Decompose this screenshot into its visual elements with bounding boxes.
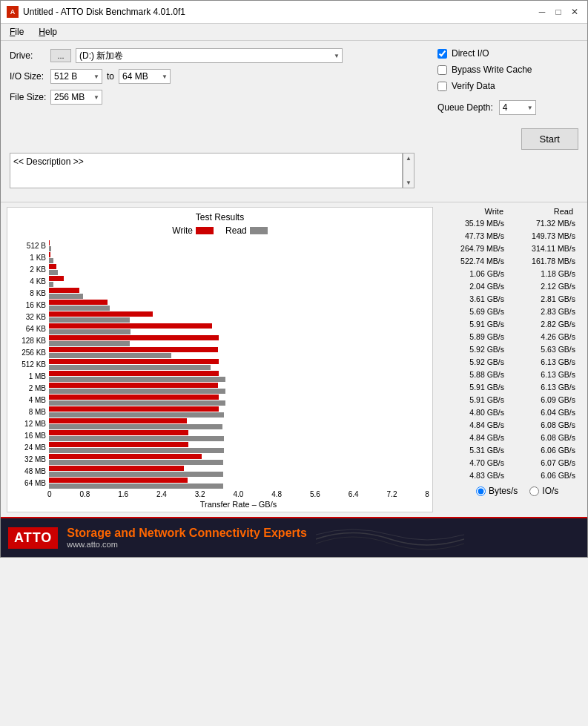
start-button[interactable]: Start xyxy=(521,128,578,150)
scroll-up-arrow[interactable]: ▲ xyxy=(406,155,412,162)
read-bar xyxy=(49,412,224,418)
maximize-button[interactable]: □ xyxy=(552,5,565,19)
bar-pair xyxy=(49,276,64,287)
io-radio-label[interactable]: IO/s xyxy=(542,486,558,496)
write-bar xyxy=(49,383,218,388)
io-range: 512 B to 64 MB xyxy=(50,69,171,84)
bytes-radio-item: Bytes/s xyxy=(476,486,518,496)
write-value: 5.89 GB/s xyxy=(445,332,504,341)
row-label: 16 KB xyxy=(10,301,49,309)
io-to-select[interactable]: 64 MB xyxy=(119,69,171,84)
chart-row: 64 MB xyxy=(10,478,429,489)
read-value: 314.11 MB/s xyxy=(516,244,575,253)
drive-select[interactable]: (D:) 新加卷 xyxy=(76,48,343,63)
verify-data-label[interactable]: Verify Data xyxy=(452,81,495,91)
write-value: 5.92 GB/s xyxy=(445,345,504,354)
read-bar xyxy=(49,270,58,275)
minimize-button[interactable]: ─ xyxy=(535,5,549,19)
write-bar xyxy=(49,276,64,281)
chart-row: 1 KB xyxy=(10,252,429,263)
x-axis-label: 7.2 xyxy=(387,490,397,498)
read-value: 6.09 GB/s xyxy=(516,395,575,404)
app-icon: A xyxy=(7,6,19,18)
data-table-row: 264.79 MB/s314.11 MB/s xyxy=(439,242,581,254)
description-box[interactable]: << Description >> xyxy=(10,153,403,188)
row-label: 12 MB xyxy=(10,420,49,428)
x-axis-label: 2.4 xyxy=(156,490,167,498)
io-from-select[interactable]: 512 B xyxy=(50,69,102,84)
read-bar xyxy=(49,282,53,287)
read-value: 6.04 GB/s xyxy=(516,408,575,417)
x-axis-label: 0.8 xyxy=(79,490,90,498)
read-bar xyxy=(49,329,131,334)
read-value: 2.12 GB/s xyxy=(516,282,575,291)
chart-rows: 512 B1 KB2 KB4 KB8 KB16 KB32 KB64 KB128 … xyxy=(10,240,429,489)
bypass-write-cache-label[interactable]: Bypass Write Cache xyxy=(452,65,532,75)
write-bar xyxy=(49,442,188,447)
menu-help[interactable]: Help xyxy=(36,25,60,39)
close-button[interactable]: ✕ xyxy=(568,5,581,19)
chart-row: 8 KB xyxy=(10,288,429,299)
radio-row: Bytes/s IO/s xyxy=(439,486,581,496)
filesize-select[interactable]: 256 MB xyxy=(50,90,102,105)
read-value: 6.07 GB/s xyxy=(516,458,575,467)
write-bar xyxy=(49,430,188,435)
read-value: 4.26 GB/s xyxy=(516,332,575,341)
filesize-wrapper: 256 MB xyxy=(50,90,102,105)
x-axis: 00.81.62.43.24.04.85.66.47.28 xyxy=(10,490,429,498)
read-value: 2.81 GB/s xyxy=(516,294,575,303)
bar-pair xyxy=(49,395,225,406)
bar-pair xyxy=(49,430,224,441)
left-form: Drive: ... (D:) 新加卷 I/O Size: 512 B xyxy=(10,48,430,150)
read-bar xyxy=(49,294,83,299)
data-table-row: 4.83 GB/s6.06 GB/s xyxy=(439,469,581,481)
verify-data-checkbox[interactable] xyxy=(437,82,447,91)
row-label: 32 MB xyxy=(10,455,49,463)
read-bar xyxy=(49,306,110,311)
data-table-row: 5.31 GB/s6.06 GB/s xyxy=(439,444,581,456)
write-value: 4.70 GB/s xyxy=(445,458,504,467)
menu-file[interactable]: File xyxy=(7,25,27,39)
read-value: 149.73 MB/s xyxy=(516,231,575,240)
bytes-radio[interactable] xyxy=(476,486,486,496)
bypass-write-cache-checkbox[interactable] xyxy=(437,65,447,75)
write-value: 5.91 GB/s xyxy=(445,320,504,329)
bypass-write-cache-row: Bypass Write Cache xyxy=(437,65,578,75)
bar-pair xyxy=(49,442,224,453)
write-value: 5.91 GB/s xyxy=(445,395,504,404)
chart-legend: Write Read xyxy=(10,225,429,236)
write-bar xyxy=(49,323,212,329)
read-bar xyxy=(49,472,223,477)
io-radio[interactable] xyxy=(529,486,539,496)
queue-depth-select[interactable]: 4 xyxy=(499,100,536,115)
drive-select-wrapper: (D:) 新加卷 xyxy=(76,48,343,63)
data-table-row: 5.88 GB/s6.13 GB/s xyxy=(439,369,581,380)
description-scrollbar[interactable]: ▲ ▼ xyxy=(403,153,414,188)
io-from-wrapper: 512 B xyxy=(50,69,102,84)
row-label: 8 KB xyxy=(10,289,49,297)
chart-row: 512 KB xyxy=(10,359,429,370)
read-bar xyxy=(49,424,222,429)
chart-row: 32 MB xyxy=(10,454,429,465)
read-bar xyxy=(49,400,225,406)
read-value: 6.08 GB/s xyxy=(516,420,575,429)
row-label: 2 MB xyxy=(10,384,49,392)
scroll-down-arrow[interactable]: ▼ xyxy=(406,179,412,186)
direct-io-label[interactable]: Direct I/O xyxy=(452,48,489,59)
data-table-header: Write Read xyxy=(439,207,581,216)
data-table-row: 3.61 GB/s2.81 GB/s xyxy=(439,293,581,305)
direct-io-checkbox[interactable] xyxy=(437,49,447,59)
data-table-row: 35.19 MB/s71.32 MB/s xyxy=(439,217,581,229)
data-table-row: 1.06 GB/s1.18 GB/s xyxy=(439,268,581,280)
chart-row: 48 MB xyxy=(10,466,429,477)
write-bar xyxy=(49,252,50,257)
drive-label: Drive: xyxy=(10,50,50,61)
browse-button[interactable]: ... xyxy=(50,49,71,62)
read-value: 6.06 GB/s xyxy=(516,446,575,455)
row-label: 128 KB xyxy=(10,337,49,345)
window-controls: ─ □ ✕ xyxy=(535,5,581,19)
read-value: 6.13 GB/s xyxy=(516,370,575,379)
write-bar xyxy=(49,478,188,483)
bytes-radio-label[interactable]: Bytes/s xyxy=(489,486,518,496)
data-table-row: 5.92 GB/s6.13 GB/s xyxy=(439,356,581,368)
